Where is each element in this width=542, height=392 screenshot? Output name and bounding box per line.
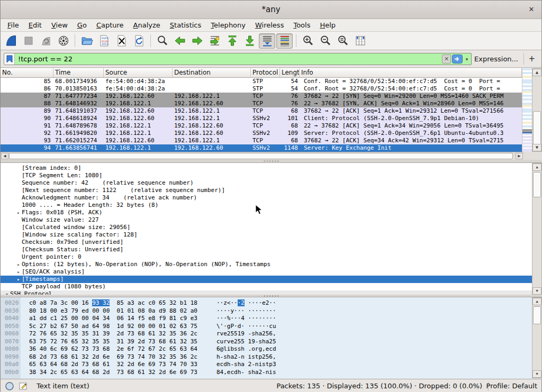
menu-statistics[interactable]: Statistics [165,20,206,30]
menu-analyze[interactable]: Analyze [129,20,165,30]
scroll-up-icon[interactable]: ▲ [532,163,541,171]
resize-columns-button[interactable] [352,33,368,49]
zoom-in-button[interactable] [300,33,316,49]
detail-line[interactable]: Sequence number: 42 (relative sequence n… [1,179,532,187]
filter-clear-button[interactable]: ✕ [442,54,451,63]
detail-line[interactable]: ▸[SEQ/ACK analysis] [1,268,532,276]
menu-file[interactable]: File [3,20,24,30]
hex-row-0070[interactable]: 007063 75 72 76 65 32 35 35 31 39 2d 73 … [5,338,276,346]
detail-line[interactable]: ▸Options: (12 bytes), No-Operation (NOP)… [1,261,532,268]
packet-row-91[interactable]: 9171.648789678192.168.122.1192.168.122.6… [1,122,522,130]
column-header-source[interactable]: Source [104,68,173,77]
detail-line[interactable]: Acknowledgment number: 34 (relative ack … [1,194,532,202]
detail-line[interactable]: Window size value: 227 [1,216,532,224]
reload-file-button[interactable] [131,33,147,49]
go-first-button[interactable] [224,33,240,49]
filter-apply-button[interactable] [452,54,463,63]
column-header-info[interactable]: Info [300,68,522,77]
expression-button[interactable]: Expression... [471,53,521,65]
detail-line[interactable]: ▸Flags: 0x018 (PSH, ACK) [1,209,532,216]
menu-view[interactable]: View [47,20,73,30]
close-file-button[interactable] [113,33,130,49]
scroll-down-icon[interactable]: ▼ [532,287,541,295]
details-vscrollbar[interactable]: ▲ ▼ [532,163,542,295]
stop-capture-button[interactable] [20,33,37,49]
packet-row-89[interactable]: 8971.648191037192.168.122.60192.168.122.… [1,107,522,115]
colorize-button[interactable] [276,33,293,49]
zoom-100-button[interactable] [335,33,351,49]
packet-row-85[interactable]: 8568.001734936fe:54:00:d4:38:2aSTP54Conf… [1,78,522,85]
menu-telephony[interactable]: Telephony [206,20,250,30]
expander-icon[interactable]: ▸ [15,261,22,268]
packet-row-87[interactable]: 8771.647777234192.168.122.60192.168.122.… [1,93,522,100]
scroll-down-icon[interactable]: ▼ [532,370,541,378]
detail-line[interactable]: Checksum: 0x79ed [unverified] [1,239,532,246]
bytes-vscrollbar[interactable]: ▲ ▼ [532,297,542,378]
go-last-button[interactable] [241,33,258,49]
expert-info-button[interactable] [5,381,14,391]
open-file-button[interactable] [78,33,95,49]
hex-row-00a0[interactable]: 00a065 63 64 68 2d 73 68 61 32 2d 6e 69 … [5,361,276,369]
add-filter-button[interactable]: + [523,53,539,65]
packet-row-86[interactable]: 8670.013850163fe:54:00:d4:38:2aSTP54Conf… [1,85,522,93]
start-capture-button[interactable] [3,33,19,49]
packet-row-88[interactable]: 8871.648146932192.168.122.1192.168.122.6… [1,100,522,107]
find-packet-button[interactable] [154,33,170,49]
packet-list-vscroll-thumb[interactable] [533,111,541,145]
expander-icon[interactable]: ▸ [15,276,22,283]
packet-row-93[interactable]: 9371.662015274192.168.122.60192.168.122.… [1,137,522,144]
title-bar[interactable]: *any ✕ [1,1,541,19]
detail-line[interactable]: [Checksum Status: Unverified] [1,246,532,253]
expander-icon[interactable]: ▸ [15,209,22,216]
hex-row-0060[interactable]: 006072 76 65 32 35 35 31 39 2d 73 68 61 … [5,330,276,338]
column-header-protocol[interactable]: Protocol [251,68,280,77]
packet-list-vscrollbar[interactable]: ▲ ▼ [532,68,542,152]
hex-row-0020[interactable]: 0020c0 a8 7a 3c 00 16 93 32 85 a3 ac c0 … [5,299,276,307]
packet-row-90[interactable]: 9071.648618924192.168.122.60192.168.122.… [1,115,522,122]
menu-wireless[interactable]: Wireless [250,20,288,30]
auto-scroll-button[interactable] [259,33,275,49]
scroll-left-icon[interactable]: ◀ [1,153,8,159]
intelligent-scrollbar-minimap[interactable] [522,68,532,152]
bytes-vscroll-thumb[interactable] [533,306,541,324]
detail-line[interactable]: ▸[Timestamps] [1,276,532,283]
scroll-right-icon[interactable]: ▶ [516,153,523,159]
scroll-up-icon[interactable]: ▲ [532,69,541,76]
hex-row-0030[interactable]: 003080 18 00 e3 79 ed 00 00 01 01 08 0a … [5,307,276,315]
scroll-down-icon[interactable]: ▼ [532,144,541,151]
column-header-destination[interactable]: Destination [173,68,251,77]
packet-row-94[interactable]: 9471.663856741192.168.122.1192.168.122.6… [1,144,522,152]
details-vscroll-thumb[interactable] [533,172,541,197]
hex-row-0040[interactable]: 0040a1 dd c1 25 00 00 04 34 06 14 f5 e8 … [5,315,276,323]
menu-go[interactable]: Go [73,20,92,30]
filter-dropdown-caret[interactable]: ▾ [464,57,470,62]
capture-comment-button[interactable] [19,381,28,391]
scroll-up-icon[interactable]: ▲ [532,298,541,305]
menu-tools[interactable]: Tools [288,20,315,30]
profile-button[interactable]: Profile: Default [486,382,537,390]
go-to-packet-button[interactable] [206,33,223,49]
column-header-length[interactable]: Length [280,68,300,77]
menu-capture[interactable]: Capture [92,20,129,30]
hex-row-0080[interactable]: 008036 40 6c 69 62 73 73 68 2e 6f 72 67 … [5,345,276,353]
detail-line[interactable]: [TCP Segment Len: 1080] [1,172,532,179]
hex-row-0050[interactable]: 00505c 27 b2 67 50 ad 64 98 1d 92 00 00 … [5,323,276,331]
expander-icon[interactable]: ▸ [15,268,22,276]
menu-help[interactable]: Help [315,20,340,30]
detail-line[interactable]: TCP payload (1080 bytes) [1,283,532,290]
detail-line[interactable]: [Calculated window size: 29056] [1,224,532,231]
detail-line[interactable]: 1000 .... = Header Length: 32 bytes (8) [1,202,532,209]
zoom-out-button[interactable] [317,33,333,49]
packet-row-92[interactable]: 9271.661949820192.168.122.1192.168.122.6… [1,130,522,137]
hex-row-00b0[interactable]: 00b038 34 2c 65 63 64 68 2d 73 68 61 32 … [5,369,276,377]
column-header-time[interactable]: Time [53,68,104,77]
go-forward-button[interactable] [189,33,205,49]
detail-line[interactable]: Urgent pointer: 0 [1,253,532,261]
detail-line[interactable]: [Window size scaling factor: 128] [1,231,532,239]
go-back-button[interactable] [171,33,188,49]
save-file-button[interactable]: 010101101011 [96,33,112,49]
menu-edit[interactable]: Edit [24,20,47,30]
restart-capture-button[interactable] [38,33,54,49]
hex-row-0090[interactable]: 009068 2d 73 68 61 32 2d 6e 69 73 74 70 … [5,353,276,361]
display-filter-input[interactable] [15,53,442,65]
